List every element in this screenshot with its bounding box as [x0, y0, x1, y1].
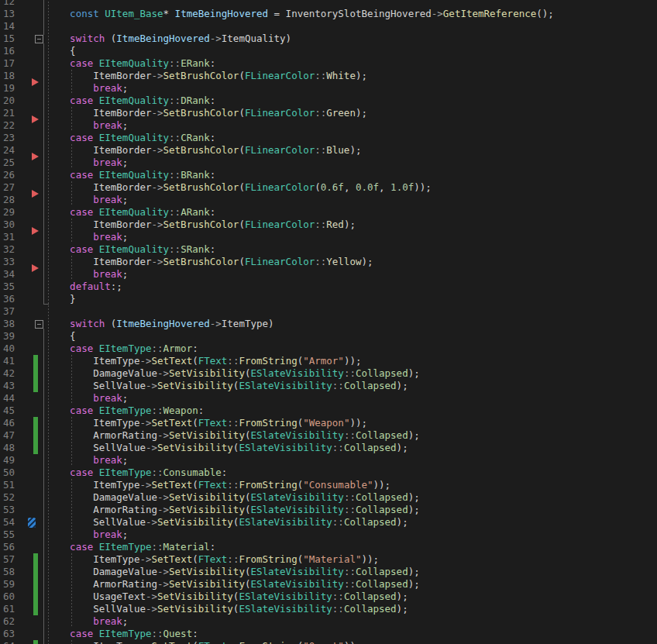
code-line[interactable]: 53 ArmorRating->SetVisibility(ESlateVisi…: [0, 504, 657, 516]
code-line[interactable]: 58 DamageValue->SetVisibility(ESlateVisi…: [0, 566, 657, 578]
breakpoint-triangle-icon[interactable]: [32, 153, 39, 160]
token: ItemBorder: [93, 181, 151, 193]
token: EItemQuality: [99, 95, 169, 106]
code-line[interactable]: 61 SellValue->SetVisibility(ESlateVisibi…: [0, 603, 657, 615]
code-line[interactable]: 38 switch (ItmeBeingHovered->ItemType): [0, 318, 657, 330]
token: SetVisibility: [157, 603, 233, 615]
token: Green: [326, 107, 356, 119]
line-number: 35: [3, 281, 15, 293]
token: ItmeBeingHovered: [175, 8, 268, 19]
fold-collapse-icon[interactable]: [35, 320, 43, 329]
code-line[interactable]: 25 break;: [0, 157, 657, 169]
code-line[interactable]: 33 ItemBorder->SetBrushColor(FLinearColo…: [0, 256, 657, 268]
code-text: case EItemType::Consumable:: [46, 467, 227, 479]
code-line[interactable]: 14: [0, 20, 657, 33]
change-bar: [33, 640, 38, 644]
token: ::: [344, 566, 356, 577]
code-line[interactable]: 19 break;: [0, 82, 657, 95]
token: EItemQuality: [99, 206, 169, 218]
token: );: [397, 380, 408, 391]
token: DamageValue: [93, 491, 157, 503]
code-line[interactable]: 23 case EItemQuality::CRank:: [0, 132, 657, 144]
token: ): [268, 318, 274, 329]
code-line[interactable]: 41 ItemType->SetText(FText::FromString("…: [0, 355, 657, 367]
token: UItem_Base: [105, 8, 163, 19]
code-line[interactable]: 44 break;: [0, 392, 657, 405]
code-line[interactable]: 21 ItemBorder->SetBrushColor(FLinearColo…: [0, 107, 657, 119]
code-line[interactable]: 51 ItemType->SetText(FText::FromString("…: [0, 479, 657, 491]
token: break: [93, 119, 122, 131]
code-line[interactable]: 64 ItemType->SetText(FText::FromString("…: [0, 640, 657, 644]
fold-collapse-icon[interactable]: [35, 35, 43, 43]
code-line[interactable]: 60 UsageText->SetVisibility(ESlateVisibi…: [0, 591, 657, 603]
code-line[interactable]: 34 break;: [0, 268, 657, 281]
token: Collapsed: [356, 504, 408, 515]
code-line[interactable]: 16 {: [0, 45, 657, 57]
code-text: case EItemType::Material:: [46, 541, 215, 553]
code-line[interactable]: 59 ArmorRating->SetVisibility(ESlateVisi…: [0, 578, 657, 591]
code-line[interactable]: 29 case EItemQuality::ARank:: [0, 206, 657, 219]
code-line[interactable]: 24 ItemBorder->SetBrushColor(FLinearColo…: [0, 144, 657, 157]
token: );: [408, 566, 420, 577]
code-line[interactable]: 30 ItemBorder->SetBrushColor(FLinearColo…: [0, 219, 657, 231]
breakpoint-triangle-icon[interactable]: [32, 190, 39, 198]
code-line[interactable]: 13 const UItem_Base* ItmeBeingHovered = …: [0, 8, 657, 20]
code-line[interactable]: 50 case EItemType::Consumable:: [0, 467, 657, 479]
code-line[interactable]: 56 case EItemType::Material:: [0, 541, 657, 553]
breakpoint-triangle-icon[interactable]: [32, 115, 39, 123]
token: ,: [379, 181, 390, 193]
code-line[interactable]: 52 DamageValue->SetVisibility(ESlateVisi…: [0, 491, 657, 504]
code-line[interactable]: 15 switch (ItmeBeingHovered->ItemQuality…: [0, 33, 657, 45]
code-line[interactable]: 37: [0, 305, 657, 318]
code-line[interactable]: 12: [0, 0, 657, 8]
code-line[interactable]: 47 ArmorRating->SetVisibility(ESlateVisi…: [0, 429, 657, 442]
code-line[interactable]: 54 SellValue->SetVisibility(ESlateVisibi…: [0, 516, 657, 529]
code-line[interactable]: 43 SellValue->SetVisibility(ESlateVisibi…: [0, 380, 657, 392]
change-bar: [33, 553, 38, 615]
breakpoint-triangle-icon[interactable]: [32, 264, 39, 272]
code-line[interactable]: 40 case EItemType::Armor:: [0, 343, 657, 355]
code-line[interactable]: 20 case EItemQuality::DRank:: [0, 95, 657, 107]
code-line[interactable]: 17 case EItemQuality::ERank:: [0, 57, 657, 70]
code-line[interactable]: 57 ItemType->SetText(FText::FromString("…: [0, 553, 657, 566]
code-line[interactable]: 48 SellValue->SetVisibility(ESlateVisibi…: [0, 442, 657, 454]
code-line[interactable]: 36 }: [0, 293, 657, 305]
code-line[interactable]: 22 break;: [0, 119, 657, 132]
code-line[interactable]: 39 {: [0, 330, 657, 343]
token: ::: [344, 491, 356, 503]
breakpoint-triangle-icon[interactable]: [32, 78, 39, 86]
line-number: 16: [3, 45, 15, 57]
code-line[interactable]: 49 break;: [0, 454, 657, 467]
token: Red: [326, 219, 344, 230]
breakpoint-triangle-icon[interactable]: [32, 227, 39, 235]
code-line[interactable]: 26 case EItemQuality::BRank:: [0, 169, 657, 181]
code-line[interactable]: 45 case EItemType::Weapon:: [0, 405, 657, 417]
token: ArmorRating: [93, 504, 157, 515]
code-line[interactable]: 55 break;: [0, 529, 657, 541]
code-line[interactable]: 27 ItemBorder->SetBrushColor(FLinearColo…: [0, 181, 657, 194]
code-line[interactable]: 63 case EItemType::Quest:: [0, 628, 657, 640]
code-line[interactable]: 46 ItemType->SetText(FText::FromString("…: [0, 417, 657, 429]
token: ::: [227, 553, 239, 565]
line-number: 15: [3, 33, 15, 45]
bookmark-icon[interactable]: [28, 518, 36, 528]
line-number: 57: [3, 553, 15, 566]
token: (: [192, 355, 198, 367]
token: ::: [151, 467, 163, 478]
token: EItemType: [99, 628, 152, 639]
code-line[interactable]: 32 case EItemQuality::SRank:: [0, 243, 657, 256]
code-line[interactable]: 62 break;: [0, 615, 657, 628]
token: (: [239, 256, 245, 267]
token: FText: [198, 417, 228, 429]
code-line[interactable]: 42 DamageValue->SetVisibility(ESlateVisi…: [0, 367, 657, 380]
code-line[interactable]: 18 ItemBorder->SetBrushColor(FLinearColo…: [0, 70, 657, 82]
token: SetBrushColor: [163, 219, 239, 230]
code-line[interactable]: 35 default:;: [0, 281, 657, 293]
token: :: [192, 628, 198, 639]
token: SetVisibility: [157, 591, 233, 602]
indent-guide: [48, 20, 49, 33]
code-editor[interactable]: 1213 const UItem_Base* ItmeBeingHovered …: [0, 0, 657, 644]
code-line[interactable]: 31 break;: [0, 231, 657, 243]
code-line[interactable]: 28 break;: [0, 194, 657, 206]
token: SetVisibility: [157, 516, 233, 528]
